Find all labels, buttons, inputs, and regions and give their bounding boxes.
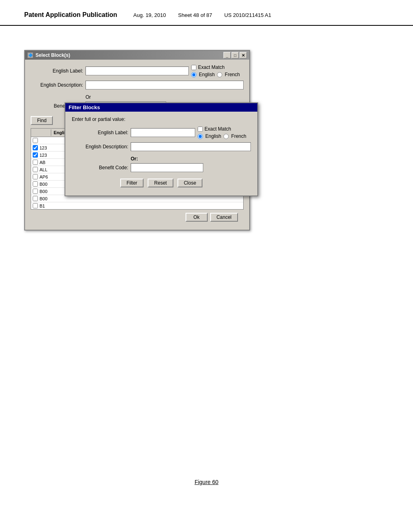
exact-match-checkbox[interactable]: [191, 65, 196, 70]
header-meta: Aug. 19, 2010 Sheet 48 of 87 US 2010/211…: [133, 12, 271, 18]
english-label-input[interactable]: [86, 66, 189, 75]
select-dialog-titlebar: 🔷 Select Block(s) _ □ ✕: [25, 51, 249, 60]
select-dialog-title: Select Block(s): [35, 52, 70, 58]
row-checkbox-3[interactable]: [33, 160, 38, 165]
find-button[interactable]: Find: [31, 116, 53, 125]
english-desc-input[interactable]: [86, 81, 244, 89]
table-row: B1: [31, 202, 243, 210]
row-checkbox-5[interactable]: [33, 174, 38, 179]
filter-english-desc-label: English Description:: [72, 144, 128, 150]
filter-dialog-body: Enter full or partial value: English Lab…: [65, 112, 257, 195]
french-radio-label: French: [225, 72, 240, 77]
english-label-label: English Label:: [31, 68, 83, 74]
row-code-7: B00: [40, 189, 64, 194]
patent-title: Patent Application Publication: [24, 11, 117, 19]
english-desc-label: English Description:: [31, 82, 83, 88]
row-code-1: 123: [40, 145, 64, 150]
row-code-2: 123: [40, 153, 64, 158]
filter-subtitle: Enter full or partial value:: [72, 116, 251, 122]
row-code-9: B1: [40, 204, 64, 208]
filter-blocks-dialog: Filter Blocks Enter full or partial valu…: [65, 102, 258, 196]
col-header-check: [31, 129, 51, 136]
cancel-button[interactable]: Cancel: [210, 213, 238, 222]
sheet-info: Sheet 48 of 87: [178, 12, 213, 18]
row-code-8: B00: [40, 196, 64, 201]
row-code-6: B00: [40, 182, 64, 187]
filter-french-radio-label: French: [231, 133, 246, 139]
filter-english-label-row: English Label: Exact Match English Frenc…: [72, 126, 251, 139]
or-text: Or: [31, 93, 244, 102]
filter-dialog-footer: Filter Reset Close: [72, 175, 251, 191]
titlebar-left: 🔷 Select Block(s): [27, 52, 70, 58]
english-desc-row: English Description:: [31, 81, 244, 89]
exact-match-row: Exact Match: [191, 64, 244, 70]
filter-exact-match-checkbox[interactable]: [198, 127, 203, 132]
filter-french-radio[interactable]: [223, 134, 229, 139]
filter-english-desc-row: English Description:: [72, 142, 251, 151]
maximize-button[interactable]: □: [232, 52, 239, 58]
page-header: Patent Application Publication Aug. 19, …: [0, 0, 413, 26]
row-code-4: ALL: [40, 167, 64, 172]
ok-button[interactable]: Ok: [186, 213, 208, 222]
patent-number: US 2010/211415 A1: [224, 12, 271, 18]
filter-dialog-title: Filter Blocks: [69, 104, 100, 110]
english-label-row: English Label: Exact Match English Frenc…: [31, 64, 244, 77]
filter-dialog-titlebar: Filter Blocks: [65, 103, 257, 112]
row-checkbox-7[interactable]: [33, 189, 38, 194]
row-checkbox-9[interactable]: [33, 203, 38, 208]
row-code-3: AB: [40, 160, 64, 165]
filter-english-desc-input[interactable]: [131, 142, 251, 151]
filter-english-radio-label: English: [205, 133, 221, 139]
row-checkbox-1[interactable]: [33, 145, 38, 150]
close-filter-button[interactable]: Close: [177, 179, 203, 187]
filter-benefit-code-row: Benefit Code:: [72, 163, 251, 172]
figure-caption: Figure 60: [0, 479, 413, 485]
english-radio-label: English: [199, 72, 215, 77]
filter-english-label-input[interactable]: [131, 128, 195, 137]
row-checkbox-8[interactable]: [33, 196, 38, 201]
row-code-5: AP6: [40, 175, 64, 179]
row-checkbox-0[interactable]: [33, 138, 38, 143]
lang-radio-row: English French: [191, 72, 244, 77]
row-checkbox-4[interactable]: [33, 167, 38, 172]
form-right-top: Exact Match English French: [191, 64, 244, 77]
english-radio[interactable]: [191, 72, 196, 77]
row-checkbox-2[interactable]: [33, 152, 38, 158]
publication-date: Aug. 19, 2010: [133, 12, 166, 18]
minimize-button[interactable]: _: [223, 52, 231, 58]
exact-match-label: Exact Match: [198, 64, 225, 70]
filter-or-text: Or:: [72, 154, 251, 163]
filter-english-radio[interactable]: [198, 134, 203, 139]
filter-english-label-label: English Label:: [72, 130, 128, 135]
filter-lang-radio-row: English French: [198, 133, 254, 139]
row-checkbox-6[interactable]: [33, 181, 38, 187]
filter-benefit-code-label: Benefit Code:: [72, 165, 128, 170]
filter-right-top: Exact Match English French: [198, 126, 254, 139]
reset-button[interactable]: Reset: [148, 179, 173, 187]
dialog-icon: 🔷: [27, 52, 33, 58]
filter-exact-match-row: Exact Match: [198, 126, 254, 132]
titlebar-buttons: _ □ ✕: [223, 52, 247, 58]
select-dialog-footer: Ok Cancel: [31, 210, 244, 225]
filter-button[interactable]: Filter: [120, 179, 144, 187]
filter-exact-match-label: Exact Match: [204, 126, 231, 132]
filter-benefit-code-input[interactable]: [131, 163, 203, 172]
french-radio[interactable]: [217, 72, 222, 77]
close-button[interactable]: ✕: [240, 52, 247, 58]
